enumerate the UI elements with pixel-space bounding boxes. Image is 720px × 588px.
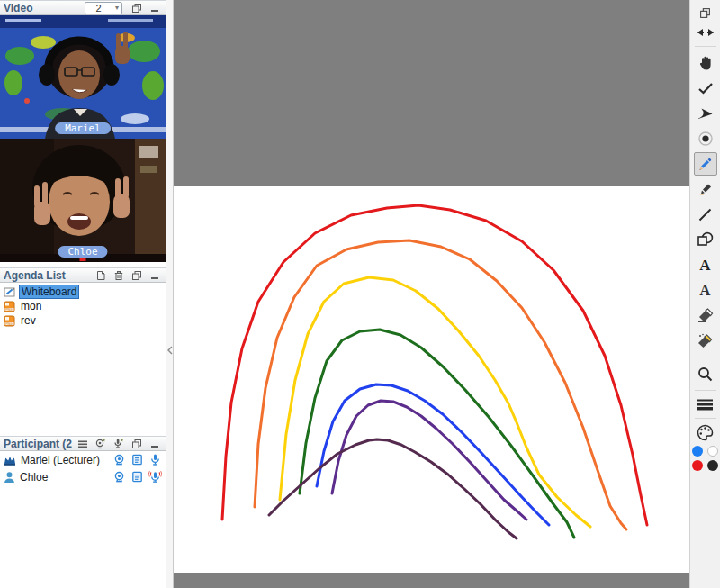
toolbar-restore-button[interactable] <box>694 3 717 23</box>
grant-all-video-button[interactable] <box>93 437 108 450</box>
video-layout-value: 2 <box>86 3 112 14</box>
line-width-button[interactable] <box>694 394 717 414</box>
video-panel-title: Video <box>4 2 82 14</box>
participant-notes-button[interactable] <box>130 470 144 484</box>
webcam-star-icon <box>94 438 106 449</box>
minimize-icon <box>150 4 159 13</box>
text-tool-button[interactable]: A <box>694 253 717 276</box>
mariel-video-thumbnail <box>0 15 166 139</box>
swatch-white[interactable] <box>707 446 718 457</box>
participant-restore-button[interactable] <box>129 437 144 450</box>
marker-tool-button[interactable] <box>694 177 717 201</box>
pencil-tool-button[interactable] <box>694 152 717 176</box>
pointer-tool-button[interactable] <box>694 102 717 125</box>
restore-icon <box>131 3 142 14</box>
pencil-icon <box>698 157 713 172</box>
restore-icon <box>131 270 142 281</box>
participant-webcam-button[interactable] <box>112 453 126 467</box>
video-restore-button[interactable] <box>129 1 144 14</box>
agenda-delete-button[interactable] <box>111 268 126 282</box>
marker-icon <box>698 181 714 197</box>
toolbar-separator <box>695 418 716 419</box>
check-tool-button[interactable] <box>694 77 717 100</box>
text-highlight-icon: A <box>699 283 710 298</box>
sidebar: Video 2 ▾ <box>0 0 166 588</box>
participant-minimize-button[interactable] <box>147 437 162 450</box>
participant-mic-active-button[interactable] <box>148 470 162 484</box>
participant-row-mariel[interactable]: Mariel (Lecturer) <box>0 451 166 468</box>
webcam-icon <box>112 470 126 484</box>
participant-notes-button[interactable] <box>130 453 144 467</box>
restore-icon <box>699 7 711 19</box>
agenda-item-rev[interactable]: PNG rev <box>2 313 40 328</box>
zoom-tool-button[interactable] <box>694 362 717 385</box>
video-tile-mariel[interactable]: Mariel <box>0 15 166 139</box>
agenda-restore-button[interactable] <box>129 268 144 282</box>
text-tool-icon: A <box>699 258 710 273</box>
menu-icon <box>77 439 88 449</box>
whiteboard-icon <box>4 286 15 298</box>
participant-webcam-button[interactable] <box>112 470 126 484</box>
speaking-indicator <box>80 258 86 261</box>
new-page-icon <box>95 270 106 281</box>
classroom-app: Video 2 ▾ <box>0 0 720 588</box>
video-layout-dropdown[interactable]: 2 ▾ <box>85 2 122 14</box>
student-person-icon <box>3 471 16 484</box>
eraser-tool-button[interactable] <box>694 303 717 327</box>
video-tile-chloe[interactable]: Chloe <box>0 139 166 262</box>
participant-row-chloe[interactable]: Chloe <box>0 468 166 485</box>
agenda-item-whiteboard[interactable]: Whiteboard <box>2 285 81 299</box>
video-panel-header: Video 2 ▾ <box>0 0 166 15</box>
swatch-black[interactable] <box>707 460 718 471</box>
agenda-item-mon[interactable]: PNG mon <box>2 299 45 313</box>
whiteboard-canvas[interactable] <box>174 0 689 588</box>
whiteboard-page[interactable] <box>174 186 689 573</box>
participant-menu-button[interactable] <box>75 437 90 450</box>
fit-width-tool-button[interactable] <box>694 23 717 42</box>
svg-text:PNG: PNG <box>5 307 13 311</box>
clear-all-tool-button[interactable] <box>694 329 717 352</box>
webcam-icon <box>112 453 126 466</box>
line-icon <box>698 207 713 222</box>
dark-plum-arc <box>269 439 517 538</box>
sidebar-collapse-button[interactable] <box>166 340 173 360</box>
chevron-down-icon: ▾ <box>112 3 122 14</box>
agenda-item-label: Whiteboard <box>22 285 76 298</box>
video-name-label: Mariel <box>55 122 111 134</box>
participant-list: Mariel (Lecturer) Chloe <box>0 451 166 485</box>
swatch-blue[interactable] <box>692 446 703 457</box>
palette-button[interactable] <box>694 422 717 442</box>
participant-panel-header: Participant (2/2) <box>0 436 166 451</box>
participant-name: Chloe <box>20 471 108 484</box>
participant-mic-button[interactable] <box>148 453 162 467</box>
mic-active-icon <box>148 470 162 484</box>
agenda-item-label: rev <box>21 314 36 327</box>
sidebar-splitter[interactable] <box>166 0 174 588</box>
toolbar-separator <box>695 357 716 357</box>
drawing-toolbar: A A <box>689 0 720 588</box>
dot-pointer-tool-button[interactable] <box>694 127 717 150</box>
hand-icon <box>698 55 713 71</box>
image-file-icon: PNG <box>4 315 15 327</box>
lecturer-crown-icon <box>3 454 17 466</box>
agenda-panel-header: Agenda List <box>0 267 166 283</box>
red-arc <box>222 205 647 525</box>
restore-icon <box>131 439 142 449</box>
grant-all-audio-button[interactable] <box>111 437 126 450</box>
eraser-icon <box>697 308 714 322</box>
line-tool-button[interactable] <box>694 203 717 226</box>
text-highlight-tool-button[interactable]: A <box>694 278 717 302</box>
agenda-new-button[interactable] <box>93 268 108 282</box>
swatch-red[interactable] <box>692 460 703 471</box>
agenda-list: Whiteboard PNG mon PNG rev <box>0 283 166 436</box>
rainbow-drawing <box>174 186 689 573</box>
agenda-item-label: mon <box>21 300 41 312</box>
fit-width-icon <box>697 27 715 38</box>
shapes-icon <box>697 231 714 248</box>
pan-tool-button[interactable] <box>694 51 717 75</box>
agenda-minimize-button[interactable] <box>147 268 162 282</box>
shapes-tool-button[interactable] <box>694 228 717 251</box>
minimize-icon <box>150 271 159 280</box>
video-minimize-button[interactable] <box>147 1 162 14</box>
notes-icon <box>130 470 144 484</box>
